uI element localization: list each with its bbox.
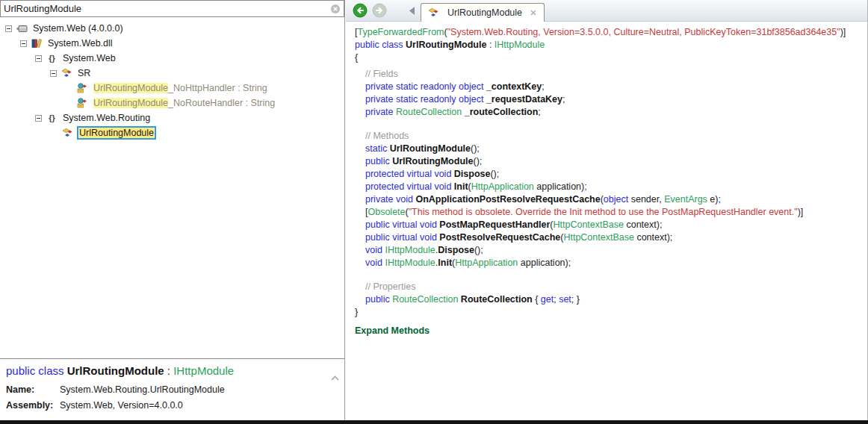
tree-row[interactable]: System.Web.dll bbox=[0, 36, 344, 51]
code-line: [Obsolete("This method is obsolete. Over… bbox=[355, 206, 867, 219]
code-line: public virtual void PostResolveRequestCa… bbox=[355, 231, 867, 244]
details-name-row: Name: System.Web.Routing.UrlRoutingModul… bbox=[6, 382, 337, 398]
code-blank-line bbox=[355, 119, 867, 130]
svg-text:{}: {} bbox=[49, 113, 55, 122]
tab-urlroutingmodule[interactable]: UrlRoutingModule bbox=[421, 3, 545, 22]
tab-scroll-left-icon[interactable] bbox=[408, 6, 416, 16]
code-line: public UrlRoutingModule(); bbox=[355, 155, 867, 168]
assembly-icon bbox=[16, 23, 28, 34]
tree-expander-icon[interactable] bbox=[35, 115, 42, 122]
tab-close-icon[interactable] bbox=[530, 9, 537, 16]
code-line: private static readonly object _contextK… bbox=[355, 81, 867, 93]
class-icon bbox=[428, 7, 439, 18]
details-name-value: System.Web.Routing.UrlRoutingModule bbox=[60, 382, 225, 398]
forward-button[interactable] bbox=[372, 3, 387, 18]
tree-label: UrlRoutingModule_NoHttpHandler : String bbox=[92, 82, 269, 94]
class-icon bbox=[62, 128, 73, 138]
details-panel: public class UrlRoutingModule : IHttpMod… bbox=[0, 358, 344, 420]
tree-label: System.Web bbox=[61, 52, 117, 64]
field-icon bbox=[77, 83, 88, 93]
tree-label: UrlRoutingModule bbox=[77, 126, 156, 140]
dll-icon bbox=[31, 38, 43, 49]
clear-search-icon[interactable] bbox=[330, 4, 341, 14]
search-input[interactable] bbox=[4, 1, 330, 16]
tree-row[interactable]: SR bbox=[0, 66, 344, 81]
code-line: [TypeForwardedFrom("System.Web.Routing, … bbox=[355, 26, 867, 39]
code-line: private static readonly object _requestD… bbox=[355, 93, 867, 106]
code-line: private void OnApplicationPostResolveReq… bbox=[355, 193, 867, 206]
tree-label: SR bbox=[76, 67, 92, 79]
code-view: [TypeForwardedFrom("System.Web.Routing, … bbox=[346, 22, 867, 420]
code-blank-line bbox=[355, 269, 867, 281]
window-bottom-edge bbox=[0, 420, 868, 424]
expand-methods-link[interactable]: Expand Methods bbox=[355, 325, 430, 336]
tree-expander-icon[interactable] bbox=[35, 55, 42, 62]
back-button[interactable] bbox=[353, 3, 368, 18]
details-assembly-value: System.Web, Version=4.0.0.0 bbox=[60, 398, 183, 414]
code-line: void IHttpModule.Dispose(); bbox=[355, 244, 867, 257]
code-line: public RouteCollection RouteCollection {… bbox=[355, 293, 867, 306]
details-assembly-row: Assembly: System.Web, Version=4.0.0.0 bbox=[6, 398, 337, 414]
search-bar bbox=[0, 0, 344, 17]
code-line: private RouteCollection _routeCollection… bbox=[355, 106, 867, 119]
tree-label: System.Web.dll bbox=[46, 37, 114, 49]
code-line: { bbox=[355, 52, 867, 64]
details-assembly-label: Assembly: bbox=[6, 398, 60, 414]
tree-row[interactable]: System.Web (4.0.0.0) bbox=[0, 21, 344, 36]
details-name-label: Name: bbox=[6, 382, 60, 398]
field-icon bbox=[77, 98, 88, 108]
namespace-icon: {} bbox=[46, 113, 58, 123]
code-line: public virtual void PostMapRequestHandle… bbox=[355, 219, 867, 231]
code-line: } bbox=[355, 306, 867, 319]
code-line: void IHttpModule.Init(HttpApplication ap… bbox=[355, 257, 867, 269]
namespace-icon: {} bbox=[46, 53, 58, 63]
tree-row[interactable]: {}System.Web.Routing bbox=[0, 110, 344, 125]
class-icon bbox=[61, 68, 72, 78]
tree-row[interactable]: UrlRoutingModule bbox=[0, 125, 344, 140]
tree-expander-icon[interactable] bbox=[5, 25, 12, 32]
tab-label: UrlRoutingModule bbox=[447, 7, 522, 18]
code-line: // Fields bbox=[355, 68, 867, 81]
assembly-tree: System.Web (4.0.0.0)System.Web.dll{}Syst… bbox=[0, 17, 344, 358]
tree-expander-icon[interactable] bbox=[20, 40, 27, 47]
tab-bar: UrlRoutingModule bbox=[346, 0, 867, 22]
tree-row[interactable]: UrlRoutingModule_NoHttpHandler : String bbox=[0, 81, 344, 96]
scroll-up-icon[interactable] bbox=[330, 371, 340, 384]
code-line: public class UrlRoutingModule : IHttpMod… bbox=[355, 39, 867, 52]
code-line: protected virtual void Dispose(); bbox=[355, 168, 867, 181]
tree-label: System.Web (4.0.0.0) bbox=[31, 22, 125, 34]
code-line[interactable]: Expand Methods bbox=[355, 325, 867, 337]
code-line: // Properties bbox=[355, 281, 867, 293]
code-line: static UrlRoutingModule(); bbox=[355, 143, 867, 155]
tree-label: UrlRoutingModule_NoRouteHandler : String bbox=[92, 97, 276, 109]
code-line: // Methods bbox=[355, 130, 867, 143]
tree-label: System.Web.Routing bbox=[61, 112, 152, 124]
tree-expander-icon[interactable] bbox=[50, 70, 57, 77]
assembly-browser-panel: System.Web (4.0.0.0)System.Web.dll{}Syst… bbox=[0, 0, 345, 420]
reflector-window: System.Web (4.0.0.0)System.Web.dll{}Syst… bbox=[0, 0, 868, 424]
tree-row[interactable]: UrlRoutingModule_NoRouteHandler : String bbox=[0, 96, 344, 110]
code-line: protected virtual void Init(HttpApplicat… bbox=[355, 181, 867, 193]
code-panel: UrlRoutingModule [TypeForwardedFrom("Sys… bbox=[346, 0, 868, 420]
details-signature: public class UrlRoutingModule : IHttpMod… bbox=[6, 364, 337, 377]
tree-row[interactable]: {}System.Web bbox=[0, 51, 344, 66]
svg-text:{}: {} bbox=[49, 54, 55, 63]
